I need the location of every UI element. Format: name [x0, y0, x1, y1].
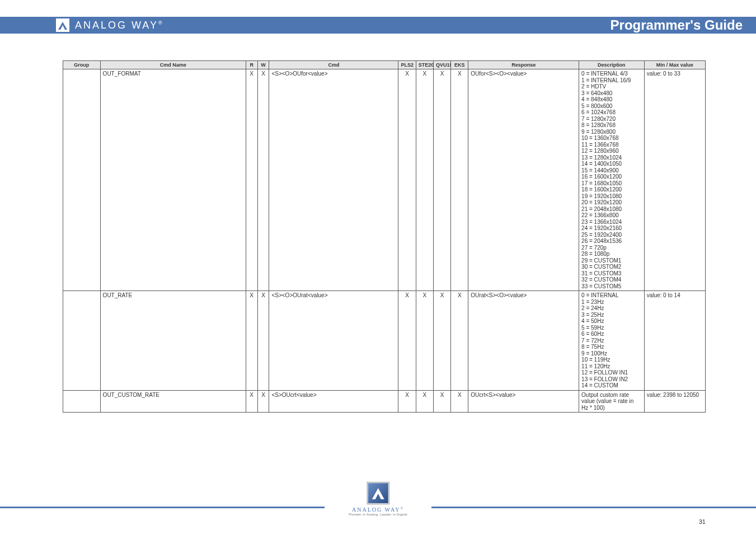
table-cell: X	[416, 390, 433, 413]
table-cell: <S><O>OUfor<value>	[269, 69, 398, 291]
page-title: Programmer's Guide	[611, 17, 743, 33]
col-eks: EKS	[451, 61, 468, 69]
table-cell: X	[257, 291, 269, 391]
col-minmax: Min / Max value	[644, 61, 705, 69]
table-row: OUT_CUSTOM_RATEXX<S>OUcrt<value>XXXXOUcr…	[63, 390, 706, 413]
footer: ANALOG WAY® Pioneer in Analog, Leader in…	[0, 483, 756, 516]
table-cell: OUcrt<S><value>	[468, 390, 579, 413]
col-r: R	[246, 61, 257, 69]
table-cell: 0 = INTERNAL 1 = 23Hz 2 = 24Hz 3 = 25Hz …	[579, 291, 645, 391]
col-group: Group	[63, 61, 101, 69]
table-cell	[63, 390, 101, 413]
table-cell: X	[246, 390, 257, 413]
col-cmd: Cmd	[269, 61, 398, 69]
table-cell	[63, 291, 101, 391]
footer-tagline: Pioneer in Analog, Leader in Digital	[349, 513, 407, 516]
table-cell: X	[398, 69, 416, 291]
table-cell: X	[416, 291, 433, 391]
table-cell: X	[246, 291, 257, 391]
col-ste200: STE200	[416, 61, 433, 69]
table-cell: X	[451, 69, 468, 291]
table-cell: OUT_RATE	[100, 291, 246, 391]
command-table-container: Group Cmd Name R W Cmd PLS2 STE200 QVU15…	[63, 60, 706, 413]
table-cell: OUT_FORMAT	[100, 69, 246, 291]
header-bar: ANALOG WAY® Programmer's Guide	[0, 17, 756, 34]
brand-logo: ANALOG WAY®	[56, 18, 162, 32]
table-row: OUT_FORMATXX<S><O>OUfor<value>XXXXOUfor<…	[63, 69, 706, 291]
table-cell: X	[433, 390, 450, 413]
footer-rule-right	[431, 507, 756, 508]
table-cell: value: 0 to 33	[644, 69, 705, 291]
table-row: OUT_RATEXX<S><O>OUrat<value>XXXXOUrat<S>…	[63, 291, 706, 391]
table-cell: X	[257, 69, 269, 291]
table-cell: OUfor<S><O><value>	[468, 69, 579, 291]
table-cell: OUT_CUSTOM_RATE	[100, 390, 246, 413]
col-pls2: PLS2	[398, 61, 416, 69]
table-header: Group Cmd Name R W Cmd PLS2 STE200 QVU15…	[63, 61, 706, 69]
table-cell: X	[416, 69, 433, 291]
brand-name: ANALOG WAY®	[75, 20, 162, 31]
table-cell: value: 2398 to 12050	[644, 390, 705, 413]
table-cell: <S>OUcrt<value>	[269, 390, 398, 413]
page-number: 31	[699, 518, 706, 525]
table-cell: X	[398, 390, 416, 413]
col-desc: Description	[579, 61, 645, 69]
table-cell: X	[451, 390, 468, 413]
footer-brand-name: ANALOG WAY®	[349, 507, 407, 513]
table-cell: X	[246, 69, 257, 291]
table-body: OUT_FORMATXX<S><O>OUfor<value>XXXXOUfor<…	[63, 69, 706, 413]
table-cell	[63, 69, 101, 291]
table-cell: X	[398, 291, 416, 391]
col-qvu150: QVU150	[433, 61, 450, 69]
col-response: Response	[468, 61, 579, 69]
table-cell: value: 0 to 14	[644, 291, 705, 391]
table-cell: X	[257, 390, 269, 413]
col-w: W	[257, 61, 269, 69]
footer-logo: ANALOG WAY® Pioneer in Analog, Leader in…	[349, 482, 407, 516]
brand-logo-icon	[56, 18, 69, 32]
table-cell: Output custom rate value (value = rate i…	[579, 390, 645, 413]
footer-logo-icon	[367, 482, 389, 504]
table-cell: 0 = INTERNAL 4/3 1 = INTERNAL 16/9 2 = H…	[579, 69, 645, 291]
table-cell: X	[433, 69, 450, 291]
footer-rule-left	[0, 507, 325, 508]
table-cell: X	[451, 291, 468, 391]
table-cell: <S><O>OUrat<value>	[269, 291, 398, 391]
command-table: Group Cmd Name R W Cmd PLS2 STE200 QVU15…	[63, 60, 706, 413]
col-cmdname: Cmd Name	[100, 61, 246, 69]
table-cell: X	[433, 291, 450, 391]
table-cell: OUrat<S><O><value>	[468, 291, 579, 391]
